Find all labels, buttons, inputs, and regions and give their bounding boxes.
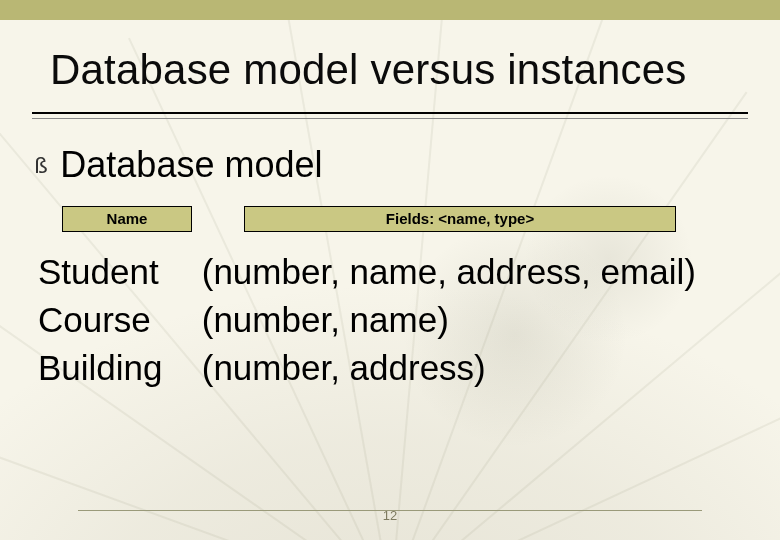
model-row: Course (number, name) (38, 296, 742, 344)
model-fields: (number, address) (202, 344, 486, 392)
model-fields: (number, name) (202, 296, 449, 344)
label-box-name: Name (62, 206, 192, 232)
label-box-fields: Fields: <name, type> (244, 206, 676, 232)
page-number: 12 (0, 508, 780, 523)
title-rule-primary (32, 112, 748, 114)
model-name: Student (38, 248, 192, 296)
model-name: Building (38, 344, 192, 392)
bullet-text: Database model (60, 144, 322, 185)
model-row: Student (number, name, address, email) (38, 248, 742, 296)
model-fields: (number, name, address, email) (202, 248, 696, 296)
model-list: Student (number, name, address, email) C… (38, 248, 742, 392)
slide-title: Database model versus instances (50, 46, 687, 93)
model-row: Building (number, address) (38, 344, 742, 392)
title-rule-secondary (32, 118, 748, 119)
top-accent-bar (0, 0, 780, 20)
bullet-row: ß Database model (34, 144, 322, 186)
slide-title-wrap: Database model versus instances (50, 46, 730, 94)
model-name: Course (38, 296, 192, 344)
bullet-arrow-icon: ß (34, 153, 48, 178)
